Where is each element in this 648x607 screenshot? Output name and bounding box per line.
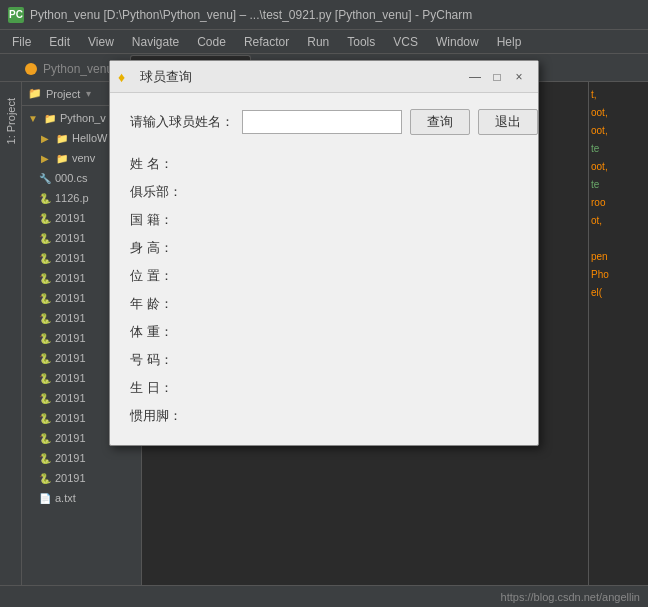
folder-expand-icon-venv: ▶ (38, 151, 52, 165)
folder-icon: 📁 (28, 87, 42, 100)
gutter-line-2: oot, (591, 104, 646, 122)
status-bar: https://blog.csdn.net/angellin (0, 585, 648, 607)
label-position: 位 置： (130, 267, 200, 285)
gutter-line-5: oot, (591, 158, 646, 176)
field-nationality: 国 籍： (130, 211, 518, 229)
menu-run[interactable]: Run (299, 33, 337, 51)
label-foot: 惯用脚： (130, 407, 200, 425)
py-icon-1: 🐍 (38, 211, 52, 225)
gutter-line-1: t, (591, 86, 646, 104)
tree-item-atxt[interactable]: 📄a.txt (22, 488, 141, 508)
menu-bar: File Edit View Navigate Code Refactor Ru… (0, 30, 648, 54)
tree-item-py13[interactable]: 🐍20191 (22, 448, 141, 468)
dialog-maximize-button[interactable]: □ (486, 66, 508, 88)
exit-button[interactable]: 退出 (478, 109, 538, 135)
py-icon-6: 🐍 (38, 311, 52, 325)
gutter-line-11: Pho (591, 266, 646, 284)
gutter-line-6: te (591, 176, 646, 194)
dialog-title-bar: ♦ 球员查询 — □ × (110, 61, 538, 93)
menu-refactor[interactable]: Refactor (236, 33, 297, 51)
py-icon-9: 🐍 (38, 371, 52, 385)
menu-tools[interactable]: Tools (339, 33, 383, 51)
gutter-line-10: pen (591, 248, 646, 266)
gutter-line-8: ot, (591, 212, 646, 230)
menu-navigate[interactable]: Navigate (124, 33, 187, 51)
field-name: 姓 名： (130, 155, 518, 173)
menu-file[interactable]: File (4, 33, 39, 51)
folder-expand-icon-hellow: ▶ (38, 131, 52, 145)
field-foot: 惯用脚： (130, 407, 518, 425)
info-grid: 姓 名： 俱乐部： 国 籍： 身 高： (130, 155, 518, 425)
player-name-input[interactable] (242, 110, 402, 134)
label-age: 年 龄： (130, 295, 200, 313)
field-birthday: 生 日： (130, 379, 518, 397)
label-name: 姓 名： (130, 155, 200, 173)
field-weight: 体 重： (130, 323, 518, 341)
status-url: https://blog.csdn.net/angellin (501, 591, 640, 603)
sidebar-tab: 1: Project (0, 82, 22, 585)
dialog-body: 请输入球员姓名： 查询 退出 姓 名： 俱乐部： (110, 93, 538, 445)
py-icon-8: 🐍 (38, 351, 52, 365)
py-icon-14: 🐍 (38, 471, 52, 485)
py-icon-12: 🐍 (38, 431, 52, 445)
folder-expand-icon: ▼ (26, 111, 40, 125)
folder-icon-venv: 📁 (55, 151, 69, 165)
search-label: 请输入球员姓名： (130, 113, 234, 131)
gutter-line-9 (591, 230, 646, 248)
search-row: 请输入球员姓名： 查询 退出 (130, 109, 518, 135)
window-title: Python_venu [D:\Python\Python_venu] – ..… (30, 8, 640, 22)
py-icon-2: 🐍 (38, 231, 52, 245)
py-icon-3: 🐍 (38, 251, 52, 265)
py-icon-4: 🐍 (38, 271, 52, 285)
menu-view[interactable]: View (80, 33, 122, 51)
dialog-minimize-button[interactable]: — (464, 66, 486, 88)
dialog-title-icon: ♦ (118, 69, 134, 85)
right-gutter: t, oot, oot, te oot, te roo ot, pen Pho … (588, 82, 648, 585)
file-icon-000: 🔧 (38, 171, 52, 185)
field-position: 位 置： (130, 267, 518, 285)
folder-icon-root: 📁 (43, 111, 57, 125)
label-birthday: 生 日： (130, 379, 200, 397)
label-height: 身 高： (130, 239, 200, 257)
label-club: 俱乐部： (130, 183, 200, 201)
py-icon-10: 🐍 (38, 391, 52, 405)
file-icon-atxt: 📄 (38, 491, 52, 505)
dialog-title-text: 球员查询 (140, 68, 464, 86)
menu-window[interactable]: Window (428, 33, 487, 51)
menu-help[interactable]: Help (489, 33, 530, 51)
project-tab-icon (25, 63, 37, 75)
gutter-line-4: te (591, 140, 646, 158)
player-query-dialog: ♦ 球员查询 — □ × 请输入球员姓名： 查询 退出 姓 名： (109, 60, 539, 446)
field-age: 年 龄： (130, 295, 518, 313)
folder-icon-hellow: 📁 (55, 131, 69, 145)
field-height: 身 高： (130, 239, 518, 257)
menu-vcs[interactable]: VCS (385, 33, 426, 51)
gutter-line-12: el( (591, 284, 646, 302)
label-number: 号 码： (130, 351, 200, 369)
panel-dropdown-icon[interactable]: ▾ (86, 88, 91, 99)
query-button[interactable]: 查询 (410, 109, 470, 135)
py-icon-11: 🐍 (38, 411, 52, 425)
py-icon-5: 🐍 (38, 291, 52, 305)
label-nationality: 国 籍： (130, 211, 200, 229)
app-icon: PC (8, 7, 24, 23)
title-bar: PC Python_venu [D:\Python\Python_venu] –… (0, 0, 648, 30)
tree-item-py14[interactable]: 🐍20191 (22, 468, 141, 488)
pycharm-window: PC Python_venu [D:\Python\Python_venu] –… (0, 0, 648, 607)
gutter-line-7: roo (591, 194, 646, 212)
py-icon-1126: 🐍 (38, 191, 52, 205)
py-icon-7: 🐍 (38, 331, 52, 345)
field-number: 号 码： (130, 351, 518, 369)
field-club: 俱乐部： (130, 183, 518, 201)
menu-code[interactable]: Code (189, 33, 234, 51)
py-icon-13: 🐍 (38, 451, 52, 465)
gutter-line-3: oot, (591, 122, 646, 140)
sidebar-project-label[interactable]: 1: Project (1, 90, 21, 152)
dialog-close-button[interactable]: × (508, 66, 530, 88)
label-weight: 体 重： (130, 323, 200, 341)
menu-edit[interactable]: Edit (41, 33, 78, 51)
